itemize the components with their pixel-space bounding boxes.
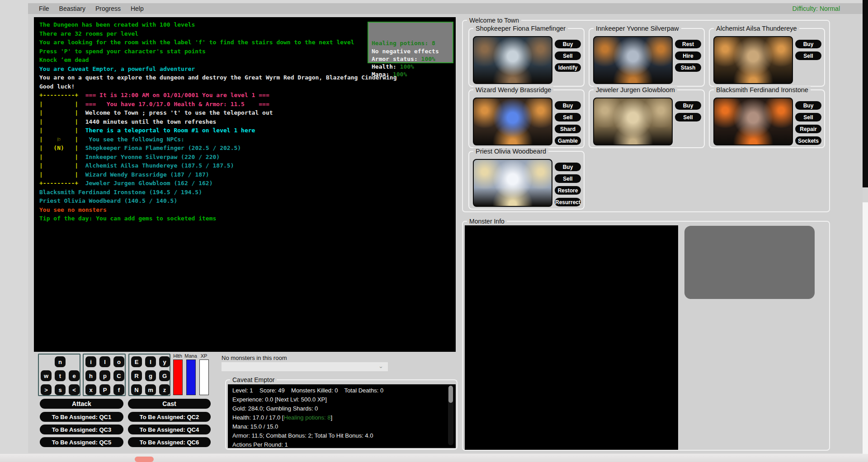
qc-button-3[interactable]: To Be Assigned: QC3 [40, 425, 123, 434]
monster-info-panel: Monster Info [462, 221, 830, 451]
bar-fill [199, 359, 209, 395]
bar-label: Mana [184, 353, 197, 359]
qc-button-2[interactable]: To Be Assigned: QC2 [128, 412, 211, 422]
terminal-line-segment: Priest Olivia Woodbeard (140.5 / 140.5) [39, 197, 177, 204]
npc-button-identify[interactable]: Identify [555, 63, 581, 72]
terminal-line-segment: | (N) | [39, 145, 78, 151]
key->[interactable]: > [41, 384, 52, 395]
npc-button-buy[interactable]: Buy [555, 40, 581, 48]
key-p[interactable]: p [99, 370, 110, 381]
status-line: Healing potions: 8 [372, 39, 453, 47]
npc-buttons: BuySellRestoreResurrect [555, 163, 581, 206]
key-G[interactable]: G [159, 370, 170, 381]
key-x[interactable]: x [85, 384, 96, 395]
difficulty-label: Difficulty: Normal [792, 3, 840, 14]
npc-button-sell[interactable]: Sell [795, 113, 821, 121]
status-line: No negative effects [372, 47, 453, 55]
npc-button-sockets[interactable]: Sockets [795, 136, 821, 145]
npc-button-buy[interactable]: Buy [675, 101, 701, 110]
npc-name: Wizard Wendy Brassridge [473, 86, 553, 94]
npc-button-buy[interactable]: Buy [555, 163, 581, 171]
menu-help[interactable]: Help [126, 5, 149, 12]
key-e[interactable]: e [69, 370, 80, 381]
terminal-line-segment: Wizard Wendy Brassridge (187 / 187) [85, 171, 209, 178]
attack-button[interactable]: Attack [40, 399, 123, 409]
taskbar-icon[interactable] [135, 457, 154, 462]
npc-button-shard[interactable]: Shard [555, 125, 581, 133]
npc-button-hire[interactable]: Hire [675, 51, 701, 60]
key-o[interactable]: o [113, 356, 124, 367]
menu-file[interactable]: File [34, 5, 54, 12]
terminal-line-segment: Alchemist Ailsa Thundereye (187.5 / 187.… [85, 162, 234, 169]
stats-scrollbar-thumb[interactable] [448, 386, 453, 403]
npc-button-buy[interactable]: Buy [795, 101, 821, 110]
terminal-line-segment [78, 101, 85, 107]
key-m[interactable]: m [145, 384, 156, 395]
npc-card: Wizard Wendy BrassridgeBuySellShardGambl… [468, 89, 585, 148]
npc-button-sell[interactable]: Sell [555, 51, 581, 60]
cast-button[interactable]: Cast [128, 399, 211, 409]
qc-button-1[interactable]: To Be Assigned: QC1 [40, 412, 123, 422]
npc-button-buy[interactable]: Buy [795, 40, 821, 48]
npc-button-gamble[interactable]: Gamble [555, 136, 581, 145]
npc-button-sell[interactable]: Sell [555, 113, 581, 121]
monster-status-label: No monsters in this room [222, 355, 287, 361]
key-h[interactable]: h [85, 370, 96, 381]
key-f[interactable]: f [113, 384, 124, 395]
key-s[interactable]: s [55, 384, 66, 395]
terminal-line-segment: You are looking for the room with the la… [39, 39, 354, 46]
terminal-line: Tip of the day: You can add gems to sock… [39, 214, 456, 223]
keypad-1: nwte>s< [38, 354, 80, 396]
npc-button-sell[interactable]: Sell [675, 113, 701, 121]
menu-beastiary[interactable]: Beastiary [54, 5, 90, 12]
terminal-line-segment [78, 92, 85, 98]
npc-buttons: BuySell [795, 40, 821, 60]
terminal-line-segment: Welcome to Town ; press 't' to use the t… [85, 109, 273, 116]
bar-label: Hlth [173, 353, 182, 359]
npc-button-resurrect[interactable]: Resurrect [555, 198, 581, 206]
monster-dropdown[interactable]: ⌄ [222, 362, 388, 371]
npc-name: Blacksmith Ferdinand Ironstone [714, 86, 811, 94]
resource-bars: HlthManaXP [172, 353, 209, 395]
terminal-line: You see no monsters [39, 205, 456, 215]
key-z[interactable]: z [159, 384, 170, 395]
menu-progress[interactable]: Progress [90, 5, 126, 12]
key-<[interactable]: < [69, 384, 80, 395]
key-w[interactable]: w [41, 370, 52, 381]
terminal-line-segment: | | [39, 162, 78, 169]
terminal-line-segment [78, 180, 85, 187]
stat-line-segment: Armor: 11.5; Combat Bonus: 2; Total To H… [232, 432, 373, 439]
npc-button-buy[interactable]: Buy [555, 101, 581, 110]
key-R[interactable]: R [131, 370, 142, 381]
key-I[interactable]: I [145, 356, 156, 367]
npc-button-rest[interactable]: Rest [675, 40, 701, 48]
key-P[interactable]: P [99, 384, 110, 395]
key-y[interactable]: y [159, 356, 170, 367]
qc-button-5[interactable]: To Be Assigned: QC5 [40, 437, 123, 447]
npc-button-repair[interactable]: Repair [795, 125, 821, 133]
key-E[interactable]: E [131, 356, 142, 367]
terminal-line-segment: The Dungeon has been created with 100 le… [39, 21, 195, 28]
bar-hlth: Hlth [172, 353, 183, 395]
key-N[interactable]: N [131, 384, 142, 395]
qc-button-4[interactable]: To Be Assigned: QC4 [128, 425, 211, 434]
qc-button-6[interactable]: To Be Assigned: QC6 [128, 437, 211, 447]
npc-button-sell[interactable]: Sell [555, 174, 581, 183]
terminal-line-segment: | | [39, 154, 78, 160]
status-line: Mana: 100% [372, 70, 453, 78]
terminal-line-segment: +---------+ [39, 92, 78, 98]
key-C[interactable]: C [113, 370, 124, 381]
key-n[interactable]: n [55, 356, 66, 367]
npc-button-stash[interactable]: Stash [675, 63, 701, 72]
key-l[interactable]: l [99, 356, 110, 367]
terminal-line: | | Wizard Wendy Brassridge (187 / 187) [39, 170, 456, 179]
key-g[interactable]: g [145, 370, 156, 381]
npc-button-sell[interactable]: Sell [795, 51, 821, 60]
monster-info-title: Monster Info [467, 218, 507, 225]
key-t[interactable]: t [55, 370, 66, 381]
terminal-line-segment [78, 136, 85, 143]
stats-scrollbar[interactable] [448, 386, 453, 445]
stat-line: Mana: 15.0 / 15.0 [232, 422, 445, 431]
key-i[interactable]: i [85, 356, 96, 367]
npc-button-restore[interactable]: Restore [555, 186, 581, 195]
